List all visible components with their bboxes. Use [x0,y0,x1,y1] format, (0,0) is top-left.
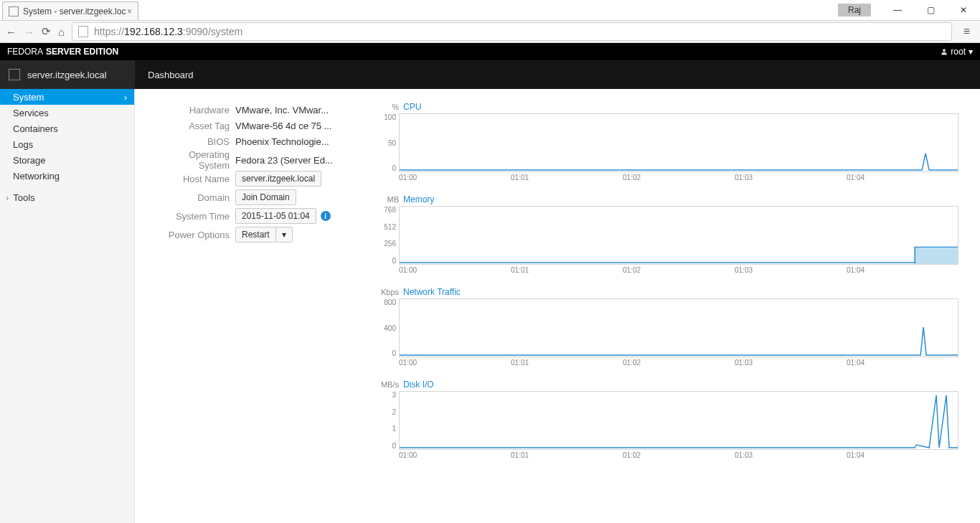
page-icon [78,26,88,37]
home-button[interactable]: ⌂ [58,26,65,38]
chart-unit: Kbps [377,288,399,296]
label-power: Power Options [156,230,235,240]
brand-bold: SERVER EDITION [46,47,118,57]
host-selector[interactable]: server.itzgeek.local [0,60,135,89]
browser-tab[interactable]: System - server.itzgeek.loc × [2,1,138,20]
sidebar-item-networking[interactable]: Networking [0,168,134,184]
chart-title[interactable]: Network Traffic [403,287,461,297]
y-axis: 3210 [377,391,399,450]
y-axis: 7685122560 [377,206,399,265]
info-icon[interactable]: i [321,211,331,221]
join-domain-button[interactable]: Join Domain [235,189,296,205]
url-path: :9090/system [183,26,242,37]
label-os: Operating System [156,149,235,171]
url-host: 192.168.12.3 [124,26,183,37]
value-os: Fedora 23 (Server Ed... [235,155,350,166]
host-icon [9,69,20,80]
user-icon [941,48,948,55]
chart-disk-i-o: MB/sDisk I/O321001:0001:0101:0201:0301:0… [377,380,958,459]
address-bar[interactable]: https:// 192.168.12.3 :9090/system [72,22,952,41]
close-button[interactable]: ✕ [947,5,980,15]
minimize-button[interactable]: — [881,5,914,15]
label-systime: System Time [156,211,235,222]
chart-title[interactable]: Disk I/O [403,380,434,390]
chevron-down-icon: ▾ [969,47,973,57]
reload-button[interactable]: ⟳ [42,25,51,38]
chart-unit: MB [377,195,399,204]
profile-badge[interactable]: Raj [838,4,871,17]
chart-network-traffic: KbpsNetwork Traffic800400001:0001:0101:0… [377,287,958,367]
tab-dashboard[interactable]: Dashboard [135,60,207,89]
label-assettag: Asset Tag [156,121,235,131]
power-dropdown[interactable]: ▾ [276,227,293,242]
x-axis: 01:0001:0101:0201:0301:04 [399,451,958,459]
brand-bar: FEDORA SERVER EDITION root ▾ [0,43,980,60]
forward-button: → [24,26,34,38]
value-bios: Phoenix Technologie... [235,136,350,147]
user-name: root [951,47,966,57]
tab-title: System - server.itzgeek.loc [23,6,126,17]
system-time-button[interactable]: 2015-11-05 01:04 [235,208,316,224]
sidebar-item-containers[interactable]: Containers [0,121,134,136]
x-axis: 01:0001:0101:0201:0301:04 [399,266,958,274]
chart-title[interactable]: Memory [403,194,434,204]
label-bios: BIOS [156,136,235,147]
brand-thin: FEDORA [7,47,43,57]
chart-plot [399,206,958,265]
y-axis: 8004000 [377,298,399,357]
chart-plot [399,391,958,450]
sidebar: SystemServicesContainersLogsStorageNetwo… [0,89,135,523]
chart-plot [399,113,958,172]
page-icon [9,6,19,17]
x-axis: 01:0001:0101:0201:0301:04 [399,359,958,367]
menu-button[interactable]: ≡ [959,25,974,38]
maximize-button[interactable]: ▢ [914,5,947,15]
chart-unit: MB/s [377,380,399,389]
chart-unit: % [377,103,399,111]
sidebar-item-tools[interactable]: Tools [0,189,134,205]
close-icon[interactable]: × [127,6,132,17]
value-hardware: VMware, Inc. VMwar... [235,105,350,116]
y-axis: 100500 [377,113,399,172]
hostname-button[interactable]: server.itzgeek.local [235,171,321,187]
chart-memory: MBMemory768512256001:0001:0101:0201:0301… [377,194,958,274]
chart-cpu: %CPU10050001:0001:0101:0201:0301:04 [377,102,958,182]
sidebar-item-storage[interactable]: Storage [0,152,134,168]
sidebar-item-services[interactable]: Services [0,105,134,121]
host-name: server.itzgeek.local [27,70,107,80]
user-menu[interactable]: root ▾ [941,47,973,57]
restart-button[interactable]: Restart [235,227,276,242]
chart-plot [399,298,958,357]
value-assettag: VMware-56 4d ce 75 ... [235,121,350,131]
back-button[interactable]: ← [6,26,17,38]
url-scheme: https:// [94,26,124,37]
sidebar-item-system[interactable]: System [0,89,134,105]
sidebar-item-logs[interactable]: Logs [0,136,134,152]
label-domain: Domain [156,192,235,203]
label-hardware: Hardware [156,105,235,116]
x-axis: 01:0001:0101:0201:0301:04 [399,174,958,182]
label-hostname: Host Name [156,174,235,184]
chart-title[interactable]: CPU [403,102,421,112]
